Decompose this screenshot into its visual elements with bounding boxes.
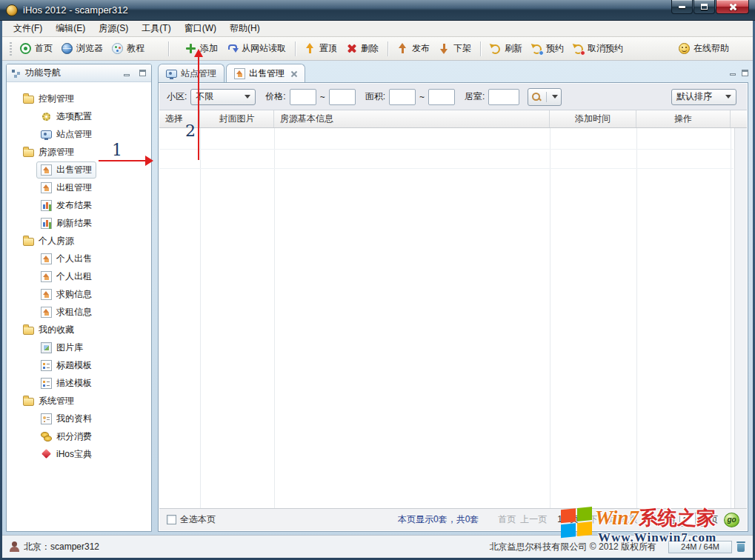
search-button[interactable] bbox=[528, 88, 562, 106]
select-all-label: 全选本页 bbox=[180, 513, 216, 526]
tab-sale-mgmt[interactable]: 出售管理 bbox=[226, 64, 305, 82]
close-icon bbox=[728, 3, 736, 11]
sidebar-item-my-favorites[interactable]: 我的收藏 bbox=[7, 321, 151, 339]
personal-sale-icon bbox=[41, 253, 52, 264]
sidebar-item-ihos-book[interactable]: iHos宝典 bbox=[7, 445, 151, 463]
close-button[interactable] bbox=[716, 0, 749, 14]
next-page-link[interactable]: 下一页 bbox=[589, 513, 616, 526]
reserve-icon bbox=[531, 43, 542, 54]
sidebar-item-sale-mgmt[interactable]: 出售管理 bbox=[7, 161, 151, 179]
menu-item-window[interactable]: 窗口(W) bbox=[178, 20, 223, 37]
jump-page-input[interactable] bbox=[680, 513, 695, 526]
spinner-up-button[interactable] bbox=[696, 513, 704, 520]
folder-icon bbox=[23, 96, 34, 104]
vertical-scrollbar[interactable] bbox=[734, 128, 747, 508]
panel-maximize-button[interactable] bbox=[136, 68, 148, 79]
sidebar-item-title-template[interactable]: 标题模板 bbox=[7, 356, 151, 374]
first-page-link[interactable]: 首页 bbox=[498, 513, 516, 526]
sidebar-item-buy-request[interactable]: 求购信息 bbox=[7, 285, 151, 303]
title-bar[interactable]: iHos 2012 - scamper312 bbox=[0, 0, 755, 21]
page-summary: 本页显示0套，共0套 bbox=[398, 513, 479, 526]
online-help-button[interactable]: 在线帮助 bbox=[674, 39, 734, 58]
sidebar-item-rent-request[interactable]: 求租信息 bbox=[7, 303, 151, 321]
price-tilde: ~ bbox=[320, 92, 325, 102]
toolbar-separator bbox=[168, 41, 169, 56]
sidebar-item-picture-library[interactable]: 图片库 bbox=[7, 339, 151, 356]
price-max-input[interactable] bbox=[329, 89, 356, 105]
sort-select[interactable]: 默认排序 bbox=[671, 89, 736, 105]
sidebar-item-my-profile[interactable]: 我的资料 bbox=[7, 410, 151, 427]
sidebar-item-rent-mgmt[interactable]: 出租管理 bbox=[7, 179, 151, 196]
spinner-down-button[interactable] bbox=[696, 520, 704, 526]
menu-item-file[interactable]: 文件(F) bbox=[7, 20, 49, 37]
chevron-down-icon bbox=[552, 95, 558, 99]
menu-bar: 文件(F) 编辑(E) 房源(S) 工具(T) 窗口(W) 帮助(H) bbox=[2, 21, 753, 37]
sidebar-item-personal-sale[interactable]: 个人出售 bbox=[7, 250, 151, 267]
column-basic-info[interactable]: 房源基本信息 bbox=[274, 110, 550, 127]
panel-minimize-icon bbox=[730, 73, 736, 76]
sidebar-item-system-mgmt[interactable]: 系统管理 bbox=[7, 392, 151, 410]
grid-line bbox=[731, 128, 731, 508]
community-select[interactable]: 不限 bbox=[190, 89, 256, 105]
off-shelf-button[interactable]: 下架 bbox=[434, 39, 476, 58]
grid-line bbox=[159, 168, 734, 169]
table-header: 选择 封面图片 房源基本信息 添加时间 操作 bbox=[159, 110, 747, 128]
read-from-web-button[interactable]: 从网站读取 bbox=[222, 39, 290, 58]
jump-page-spinner[interactable] bbox=[679, 513, 705, 527]
menu-item-edit[interactable]: 编辑(E) bbox=[49, 20, 92, 37]
sidebar-item-personal-listings[interactable]: 个人房源 bbox=[7, 232, 151, 250]
refresh-button[interactable]: 刷新 bbox=[485, 39, 527, 58]
area-min-input[interactable] bbox=[389, 89, 416, 105]
minimize-button[interactable] bbox=[671, 0, 693, 14]
grid-line bbox=[274, 128, 275, 508]
tutorial-button[interactable]: 教程 bbox=[107, 39, 149, 58]
sidebar-item-site-mgmt[interactable]: 站点管理 bbox=[7, 125, 151, 143]
go-button[interactable]: go bbox=[724, 513, 739, 527]
garbage-collect-icon[interactable] bbox=[736, 541, 745, 552]
stick-top-button[interactable]: 置顶 bbox=[300, 39, 342, 58]
panel-maximize-button[interactable] bbox=[739, 67, 751, 78]
description-template-icon bbox=[41, 378, 52, 389]
delete-button[interactable]: 删除 bbox=[342, 39, 383, 58]
clock-badge-icon bbox=[539, 50, 544, 56]
sidebar-item-option-config[interactable]: 选项配置 bbox=[7, 107, 151, 125]
sidebar-item-description-template[interactable]: 描述模板 bbox=[7, 374, 151, 392]
cancel-reserve-button[interactable]: 取消预约 bbox=[568, 39, 628, 58]
table-body bbox=[159, 128, 747, 508]
home-button[interactable]: 首页 bbox=[16, 39, 57, 58]
tab-close-icon[interactable] bbox=[290, 70, 297, 77]
area-max-input[interactable] bbox=[428, 89, 455, 105]
gear-icon bbox=[42, 113, 50, 121]
sidebar-item-personal-rent[interactable]: 个人出租 bbox=[7, 267, 151, 285]
menu-item-tools[interactable]: 工具(T) bbox=[135, 20, 177, 37]
publish-button[interactable]: 发布 bbox=[393, 39, 434, 58]
column-actions[interactable]: 操作 bbox=[636, 110, 731, 127]
price-min-input[interactable] bbox=[290, 89, 316, 105]
sidebar-item-control-mgmt[interactable]: 控制管理 bbox=[7, 90, 151, 107]
annotation-step-1: 1 bbox=[112, 141, 122, 159]
select-all-checkbox[interactable] bbox=[167, 515, 176, 524]
sidebar-item-listing-mgmt[interactable]: 房源管理 bbox=[7, 143, 151, 161]
browser-button[interactable]: 浏览器 bbox=[57, 39, 107, 58]
user-icon bbox=[10, 541, 19, 552]
panel-minimize-button[interactable] bbox=[727, 67, 739, 78]
page-info: 1/1页 bbox=[557, 513, 579, 526]
gem-icon bbox=[41, 449, 52, 460]
column-cover-image[interactable]: 封面图片 bbox=[200, 110, 274, 127]
tab-site-mgmt[interactable]: 站点管理 bbox=[158, 64, 224, 82]
prev-page-link[interactable]: 上一页 bbox=[520, 513, 547, 526]
column-added-time[interactable]: 添加时间 bbox=[550, 110, 636, 127]
toolbar-grip bbox=[10, 42, 12, 56]
sidebar-item-publish-result[interactable]: 发布结果 bbox=[7, 196, 151, 214]
menu-item-listings[interactable]: 房源(S) bbox=[92, 20, 135, 37]
sidebar-item-refresh-result[interactable]: 刷新结果 bbox=[7, 214, 151, 232]
reserve-button[interactable]: 预约 bbox=[527, 39, 568, 58]
browser-icon bbox=[61, 43, 73, 54]
rooms-input[interactable] bbox=[488, 89, 519, 105]
spinner-up-icon bbox=[698, 515, 702, 518]
sidebar-item-points-consume[interactable]: 积分消费 bbox=[7, 427, 151, 445]
maximize-button[interactable] bbox=[694, 0, 715, 14]
last-page-link[interactable]: 尾页 bbox=[620, 513, 638, 526]
menu-item-help[interactable]: 帮助(H) bbox=[223, 20, 267, 37]
panel-minimize-button[interactable] bbox=[121, 68, 133, 79]
